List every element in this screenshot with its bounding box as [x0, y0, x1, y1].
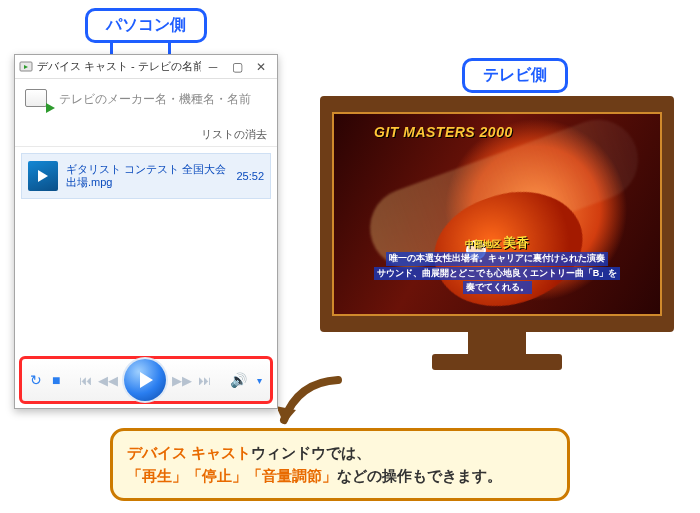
- minimize-button[interactable]: ─: [201, 60, 225, 74]
- playlist: ギタリスト コンテスト 全国大会出場.mpg 25:52: [15, 147, 277, 205]
- caption-line: 奏でてくれる。: [463, 281, 532, 294]
- clear-list-link[interactable]: リストの消去: [15, 123, 277, 147]
- next-track-button[interactable]: ⏭: [198, 373, 211, 388]
- caption-line: 唯一の本選女性出場者。キャリアに裏付けられた演奏: [386, 252, 608, 265]
- volume-menu-caret[interactable]: ▾: [257, 375, 262, 386]
- tv-base: [432, 354, 562, 370]
- tv-side-text: テレビ側: [483, 66, 547, 83]
- callout-strong: デバイス キャスト: [127, 444, 251, 461]
- close-button[interactable]: ✕: [249, 60, 273, 74]
- pc-side-text: パソコン側: [106, 16, 186, 33]
- play-button[interactable]: [124, 359, 166, 401]
- device-row: テレビのメーカー名・機種名・名前: [15, 79, 277, 123]
- item-duration: 25:52: [236, 170, 264, 182]
- maximize-button[interactable]: ▢: [225, 60, 249, 74]
- tv-caption: 中部地区 美香 唯一の本選女性出場者。キャリアに裏付けられた演奏 サウンド、曲展…: [334, 235, 660, 294]
- rewind-button[interactable]: ◀◀: [98, 373, 118, 388]
- stop-button[interactable]: ■: [52, 372, 60, 388]
- device-name: テレビのメーカー名・機種名・名前: [59, 91, 251, 108]
- video-thumb-icon: [28, 161, 58, 191]
- tv-screen: GIT MASTERS 2000 中部地区 美香 唯一の本選女性出場者。キャリア…: [332, 112, 662, 316]
- tv-illustration: GIT MASTERS 2000 中部地区 美香 唯一の本選女性出場者。キャリア…: [320, 96, 674, 372]
- prev-track-button[interactable]: ⏮: [79, 373, 92, 388]
- caption-region: 中部地区: [465, 239, 501, 249]
- app-icon: [19, 60, 33, 74]
- explanation-callout: デバイス キャストウィンドウでは、 「再生」「停止」「音量調節」などの操作もでき…: [110, 428, 570, 501]
- device-cast-window: デバイス キャスト - テレビの名前 ─ ▢ ✕ テレビのメーカー名・機種名・名…: [14, 54, 278, 409]
- repeat-button[interactable]: ↻: [30, 372, 42, 388]
- playback-controls-highlight: ↻ ■ ⏮ ◀◀ ▶▶ ⏭ 🔊 ▾: [19, 356, 273, 404]
- tv-overlay-title: GIT MASTERS 2000: [374, 124, 513, 140]
- caption-line: サウンド、曲展開とどこでも心地良くエントリー曲「B」を: [374, 267, 621, 280]
- device-icon: [25, 87, 53, 111]
- transport-group: ⏮ ◀◀ ▶▶ ⏭: [79, 359, 211, 401]
- pc-side-label: パソコン側: [85, 8, 207, 43]
- tv-side-label: テレビ側: [462, 58, 568, 93]
- tv-bezel: GIT MASTERS 2000 中部地区 美香 唯一の本選女性出場者。キャリア…: [320, 96, 674, 332]
- playlist-item[interactable]: ギタリスト コンテスト 全国大会出場.mpg 25:52: [21, 153, 271, 199]
- item-name: ギタリスト コンテスト 全国大会出場.mpg: [66, 163, 228, 189]
- callout-strong: 「再生」「停止」「音量調節」: [127, 467, 337, 484]
- callout-text: ウィンドウでは、: [251, 444, 371, 461]
- window-title: デバイス キャスト - テレビの名前: [37, 59, 201, 74]
- titlebar[interactable]: デバイス キャスト - テレビの名前 ─ ▢ ✕: [15, 55, 277, 79]
- callout-text: などの操作もできます。: [337, 467, 502, 484]
- forward-button[interactable]: ▶▶: [172, 373, 192, 388]
- caption-name: 美香: [503, 235, 529, 250]
- tv-stand: [468, 332, 526, 354]
- callout-arrow-icon: [278, 376, 348, 426]
- volume-button[interactable]: 🔊: [230, 372, 247, 388]
